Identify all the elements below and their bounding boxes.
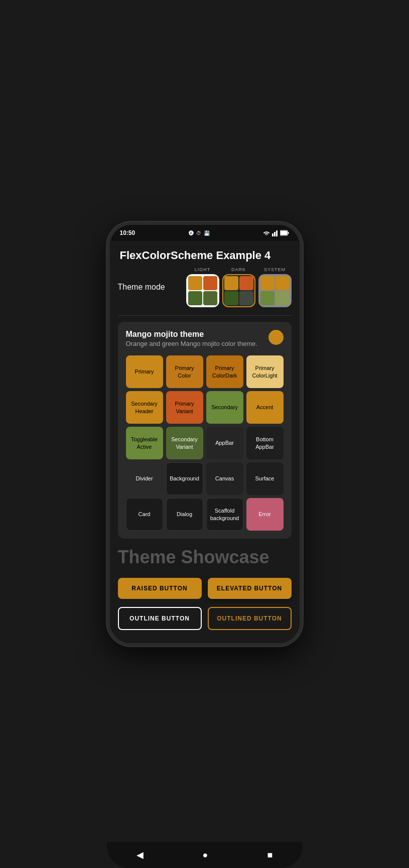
color-cell-dialog[interactable]: Dialog	[166, 498, 203, 531]
color-cell-label: Primary Variant	[168, 400, 201, 415]
svg-rect-5	[288, 232, 289, 234]
color-cell-surface[interactable]: Surface	[246, 462, 284, 495]
swatch-cell	[239, 291, 253, 305]
color-cell-canvas[interactable]: Canvas	[206, 462, 243, 495]
color-cell-primary[interactable]: Primary	[126, 355, 163, 388]
color-cell-error[interactable]: Error	[246, 498, 284, 531]
color-cell-background[interactable]: Background	[166, 462, 203, 495]
dark-swatch[interactable]	[222, 274, 255, 307]
text-button[interactable]: TEXT BUTTON	[175, 642, 222, 643]
outlined-button[interactable]: OUTLINED BUTTON	[208, 607, 292, 630]
elevated-button[interactable]: ELEVATED BUTTON	[208, 578, 292, 599]
phone-frame: 10:50 🅐 ⏱ 💾	[107, 222, 303, 646]
color-cell-label: Error	[258, 511, 270, 518]
swatch-cell	[239, 276, 253, 290]
notification-icon-a: 🅐	[189, 230, 194, 236]
color-cell-toggleable[interactable]: Toggleable Active	[126, 427, 163, 459]
showcase-section: Theme Showcase RAISED BUTTON ELEVATED BU…	[118, 547, 292, 643]
phone-screen: 10:50 🅐 ⏱ 💾	[110, 225, 300, 643]
theme-card-text: Mango mojito theme Orange and green Mang…	[126, 330, 257, 347]
theme-option-system[interactable]: SYSTEM	[258, 267, 292, 307]
screen-content: FlexColorScheme Example 4 Theme mode LIG…	[110, 241, 300, 643]
swatch-cell	[260, 291, 275, 305]
showcase-title: Theme Showcase	[118, 547, 292, 568]
outline-button[interactable]: OUTLINE BUTTON	[118, 607, 202, 630]
signal-icon	[272, 229, 278, 236]
theme-mode-section: Theme mode LIGHT	[118, 267, 292, 307]
system-swatch[interactable]	[258, 274, 292, 307]
swatch-cell	[224, 291, 238, 305]
raised-button[interactable]: RAISED BUTTON	[118, 578, 202, 599]
status-icons-right	[263, 229, 289, 236]
status-bar: 10:50 🅐 ⏱ 💾	[110, 225, 300, 241]
status-icons-left: 🅐 ⏱ 💾	[189, 230, 210, 236]
color-cell-bottom-appbar[interactable]: Bottom AppBar	[246, 427, 284, 459]
color-cell-divider[interactable]: Divider	[126, 462, 163, 495]
color-cell-primary-light[interactable]: Primary ColorLight	[246, 355, 284, 388]
notification-icon-b: ⏱	[196, 230, 201, 236]
color-cell-card[interactable]: Card	[126, 498, 163, 531]
color-cell-secondary[interactable]: Secondary	[206, 391, 243, 424]
color-cell-label: Surface	[255, 475, 275, 482]
color-cell-label: Bottom AppBar	[248, 436, 282, 450]
color-cell-scaffold[interactable]: Scaffold background	[206, 498, 243, 531]
color-cell-label: Primary ColorDark	[208, 364, 241, 379]
theme-card-header: Mango mojito theme Orange and green Mang…	[126, 330, 284, 347]
theme-toggle[interactable]	[268, 330, 284, 345]
color-cell-label: Secondary Header	[128, 400, 161, 415]
swatch-cell	[203, 276, 217, 290]
color-cell-accent[interactable]: Accent	[246, 391, 284, 424]
wifi-icon	[263, 230, 270, 235]
theme-option-light-label: LIGHT	[195, 267, 211, 272]
color-cell-label: Secondary Variant	[168, 436, 201, 450]
svg-rect-2	[276, 230, 278, 236]
color-cell-primary-color[interactable]: Primary Color	[166, 355, 203, 388]
theme-option-dark[interactable]: DARK	[222, 267, 255, 307]
main-content: Theme mode LIGHT	[110, 267, 300, 643]
color-grid: Primary Primary Color Primary ColorDark …	[126, 355, 284, 531]
divider	[118, 315, 292, 316]
color-cell-label: Primary	[135, 368, 154, 375]
app-title: FlexColorScheme Example 4	[120, 249, 290, 262]
flat-button[interactable]: FLAT BUTTON	[118, 642, 165, 643]
color-cell-label: Primary Color	[168, 364, 201, 379]
color-cell-appbar[interactable]: AppBar	[206, 427, 243, 459]
theme-option-dark-label: DARK	[231, 267, 246, 272]
swatch-cell	[203, 291, 217, 305]
color-cell-primary-dark[interactable]: Primary ColorDark	[206, 355, 243, 388]
text-button-row: FLAT BUTTON TEXT BUTTON	[118, 638, 292, 643]
swatch-cell	[224, 276, 238, 290]
theme-option-light[interactable]: LIGHT	[186, 267, 219, 307]
color-cell-label: Accent	[256, 404, 274, 411]
color-cell-label: Toggleable Active	[128, 436, 161, 450]
swatch-cell	[188, 276, 202, 290]
color-cell-label: Dialog	[177, 511, 192, 518]
theme-card-title: Mango mojito theme	[126, 330, 257, 339]
swatch-cell	[276, 291, 290, 305]
color-cell-label: Divider	[135, 475, 153, 482]
color-cell-label: Primary ColorLight	[248, 364, 282, 379]
color-cell-label: AppBar	[215, 439, 234, 446]
color-cell-secondary-variant[interactable]: Secondary Variant	[166, 427, 203, 459]
color-cell-label: Secondary	[211, 404, 238, 411]
outline-button-row: OUTLINE BUTTON OUTLINED BUTTON	[118, 607, 292, 630]
theme-card: Mango mojito theme Orange and green Mang…	[118, 322, 292, 539]
svg-rect-1	[274, 232, 276, 236]
theme-option-system-label: SYSTEM	[264, 267, 286, 272]
svg-rect-0	[272, 233, 274, 236]
color-cell-label: Canvas	[215, 475, 234, 482]
swatch-cell	[276, 276, 290, 290]
swatch-cell	[188, 291, 202, 305]
color-cell-primary-variant[interactable]: Primary Variant	[166, 391, 203, 424]
raised-button-row: RAISED BUTTON ELEVATED BUTTON	[118, 578, 292, 599]
side-button[interactable]	[301, 325, 303, 350]
light-swatch[interactable]	[186, 274, 219, 307]
color-cell-secondary-header[interactable]: Secondary Header	[126, 391, 163, 424]
color-cell-label: Background	[170, 475, 199, 482]
svg-rect-4	[281, 231, 287, 235]
swatch-cell	[260, 276, 275, 290]
battery-icon	[280, 230, 289, 236]
theme-mode-label: Theme mode	[118, 283, 180, 292]
color-cell-label: Card	[139, 511, 151, 518]
theme-card-subtitle: Orange and green Mango mojito color them…	[126, 340, 257, 347]
